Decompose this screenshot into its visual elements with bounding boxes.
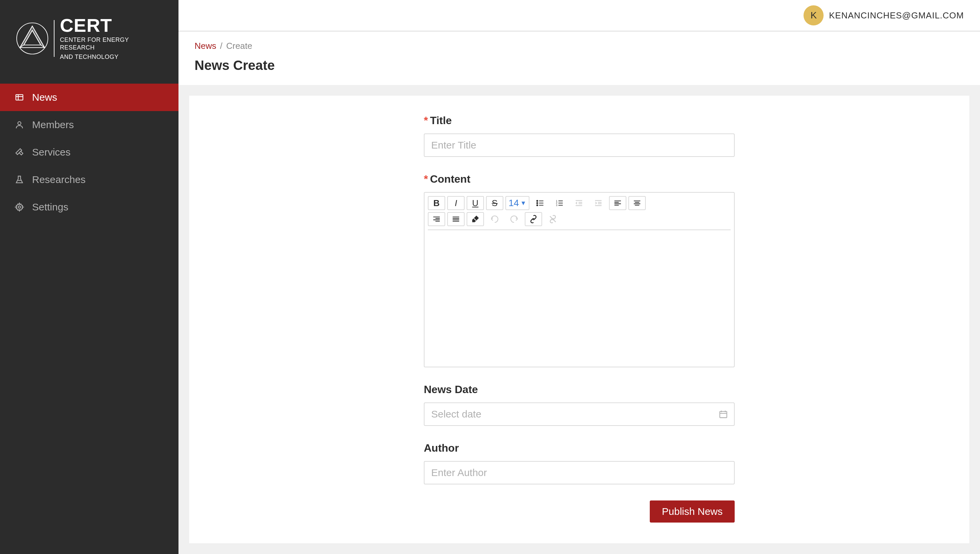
sidebar-item-label: Settings [32, 201, 68, 213]
breadcrumb-link-news[interactable]: News [194, 41, 216, 51]
author-label: Author [424, 442, 735, 454]
svg-point-11 [537, 203, 538, 203]
topbar: K KENANCINCHES@GMAIL.COM [178, 0, 980, 32]
strikethrough-button[interactable]: S [486, 196, 503, 210]
rich-text-editor: B I U S 14▼ [424, 192, 735, 367]
header-section: News / Create News Create [178, 32, 980, 85]
sidebar-item-settings[interactable]: Settings [0, 193, 178, 221]
title-label: *Title [424, 114, 735, 127]
align-right-button[interactable] [428, 212, 445, 226]
logo-subtitle-line1: CENTER FOR ENERGY RESEARCH [60, 36, 162, 52]
members-icon [15, 120, 24, 129]
redo-button[interactable] [505, 212, 523, 226]
italic-button[interactable]: I [447, 196, 465, 210]
align-justify-button[interactable] [447, 212, 465, 226]
outdent-button[interactable] [570, 196, 588, 210]
align-center-button[interactable] [628, 196, 646, 210]
logo-title: CERT [60, 16, 162, 35]
sidebar-item-news[interactable]: News [0, 84, 178, 111]
bold-button[interactable]: B [428, 196, 445, 210]
link-button[interactable] [525, 212, 542, 226]
svg-line-46 [550, 216, 555, 222]
services-icon [15, 147, 24, 157]
news-icon [15, 93, 24, 102]
sidebar-item-label: Researches [32, 174, 86, 185]
content-area: *Title *Content B I U [178, 85, 980, 554]
caret-down-icon: ▼ [520, 200, 527, 207]
settings-icon [15, 203, 24, 212]
undo-button[interactable] [486, 212, 503, 226]
author-input[interactable] [424, 461, 735, 484]
svg-point-7 [18, 122, 21, 125]
form-card: *Title *Content B I U [189, 96, 969, 543]
publish-button[interactable]: Publish News [650, 500, 735, 522]
sidebar-item-researches[interactable]: Researches [0, 166, 178, 193]
news-date-label: News Date [424, 383, 735, 396]
nav: News Members Services [0, 84, 178, 221]
user-email[interactable]: KENANCINCHES@GMAIL.COM [829, 10, 964, 21]
eraser-button[interactable] [466, 212, 484, 226]
form-group-content: *Content B I U S 14▼ [424, 173, 735, 367]
sidebar-item-label: Members [32, 119, 74, 131]
title-input[interactable] [424, 134, 735, 157]
main: K KENANCINCHES@GMAIL.COM News / Create N… [178, 0, 980, 554]
sidebar-item-services[interactable]: Services [0, 139, 178, 166]
avatar[interactable]: K [803, 5, 824, 26]
breadcrumb-separator: / [220, 41, 222, 51]
form-group-author: Author [424, 442, 735, 484]
breadcrumb: News / Create [194, 41, 964, 51]
indent-button[interactable] [590, 196, 607, 210]
form-group-title: *Title [424, 114, 735, 157]
logo-divider [54, 20, 54, 57]
required-marker: * [424, 114, 428, 126]
svg-point-12 [537, 205, 538, 206]
logo-subtitle-line2: AND TECHNOLOGY [60, 53, 162, 61]
logo-icon [16, 22, 48, 55]
underline-button[interactable]: U [466, 196, 484, 210]
editor-content-area[interactable] [428, 230, 731, 363]
sidebar: CERT CENTER FOR ENERGY RESEARCH AND TECH… [0, 0, 178, 554]
sidebar-item-label: Services [32, 147, 70, 158]
unlink-button[interactable] [544, 212, 562, 226]
breadcrumb-current: Create [226, 41, 252, 51]
sidebar-item-members[interactable]: Members [0, 111, 178, 139]
logo: CERT CENTER FOR ENERGY RESEARCH AND TECH… [0, 0, 178, 77]
align-left-button[interactable] [609, 196, 626, 210]
svg-rect-47 [720, 412, 727, 418]
researches-icon [15, 175, 24, 184]
content-label: *Content [424, 173, 735, 185]
required-marker: * [424, 173, 428, 185]
sidebar-item-label: News [32, 92, 57, 103]
form-group-news-date: News Date [424, 383, 735, 426]
news-date-input[interactable] [424, 402, 735, 426]
svg-point-9 [18, 206, 21, 208]
svg-text:3: 3 [556, 204, 557, 207]
svg-rect-4 [16, 95, 23, 100]
svg-marker-3 [20, 26, 45, 48]
editor-toolbar: B I U S 14▼ [425, 193, 659, 230]
svg-point-10 [537, 200, 538, 201]
form-actions: Publish News [424, 500, 735, 522]
calendar-icon [719, 409, 728, 419]
ordered-list-button[interactable]: 123 [551, 196, 568, 210]
page-title: News Create [194, 58, 964, 73]
unordered-list-button[interactable] [531, 196, 549, 210]
font-size-select[interactable]: 14▼ [505, 196, 530, 210]
